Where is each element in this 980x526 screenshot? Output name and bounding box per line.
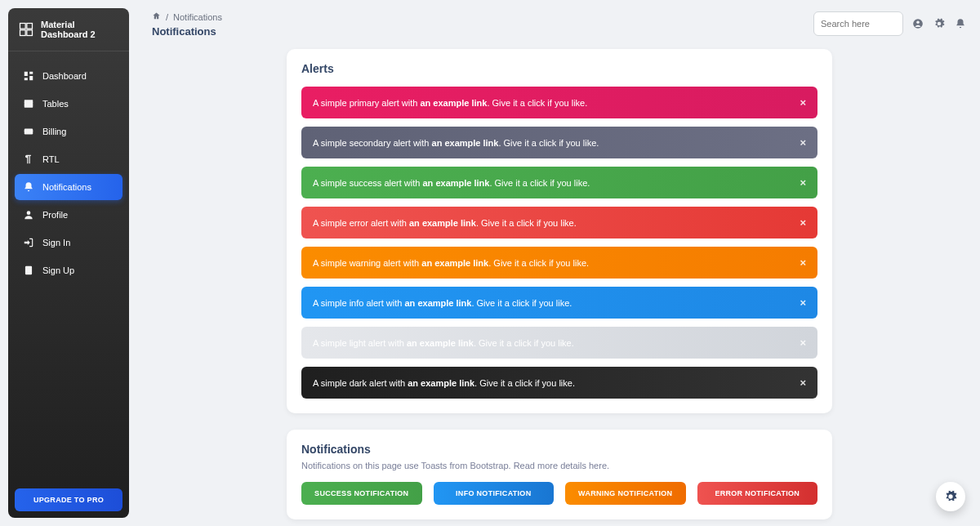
warning-notification-button[interactable]: WARNING NOTIFICATION <box>565 482 686 505</box>
topbar-right <box>813 11 967 36</box>
alerts-card: Alerts A simple primary alert with an ex… <box>287 49 832 413</box>
close-icon[interactable]: × <box>800 337 806 349</box>
alert-text: A simple light alert with an example lin… <box>313 338 574 348</box>
alert-text: A simple error alert with an example lin… <box>313 218 577 228</box>
sidebar-item-label: Sign Up <box>42 265 74 275</box>
search-input[interactable] <box>813 11 903 36</box>
success-notification-button[interactable]: SUCCESS NOTIFICATION <box>301 482 422 505</box>
sidebar-item-label: Profile <box>42 210 68 220</box>
breadcrumb-sep: / <box>166 12 168 22</box>
alert-error: A simple error alert with an example lin… <box>301 207 817 238</box>
tables-icon <box>23 98 34 109</box>
svg-rect-10 <box>24 105 33 105</box>
svg-rect-9 <box>24 102 33 103</box>
info-notification-button[interactable]: INFO NOTIFICATION <box>434 482 555 505</box>
error-notification-button[interactable]: ERROR NOTIFICATION <box>697 482 818 505</box>
svg-rect-5 <box>29 72 33 74</box>
sidebar-item-label: Tables <box>42 99 69 109</box>
notifications-card: Notifications Notifications on this page… <box>287 430 832 519</box>
svg-rect-17 <box>27 272 29 273</box>
svg-rect-12 <box>24 131 33 132</box>
brand[interactable]: Material Dashboard 2 <box>8 8 129 51</box>
svg-point-19 <box>916 21 920 25</box>
bell-icon <box>23 181 34 193</box>
svg-rect-7 <box>24 78 28 80</box>
sidebar-item-profile[interactable]: Profile <box>15 202 122 228</box>
sidebar-item-label: Dashboard <box>42 71 87 81</box>
sidebar-item-notifications[interactable]: Notifications <box>15 174 122 200</box>
main: / Notifications Notifications Alerts A s… <box>139 0 980 526</box>
alert-text: A simple success alert with an example l… <box>313 178 590 188</box>
bell-icon[interactable] <box>954 17 967 30</box>
signin-icon <box>23 237 34 248</box>
alert-warning: A simple warning alert with an example l… <box>301 247 817 279</box>
alert-link[interactable]: an example link <box>420 98 487 108</box>
svg-point-13 <box>27 211 31 215</box>
page-title: Notifications <box>152 25 222 38</box>
sidebar-item-label: Notifications <box>42 182 91 192</box>
alert-link[interactable]: an example link <box>405 298 472 308</box>
close-icon[interactable]: × <box>800 136 806 149</box>
alert-text: A simple warning alert with an example l… <box>313 258 589 268</box>
svg-rect-6 <box>29 76 33 80</box>
alert-light: A simple light alert with an example lin… <box>301 327 817 359</box>
account-icon[interactable] <box>911 17 924 30</box>
brand-title: Material Dashboard 2 <box>41 20 119 39</box>
alert-primary: A simple primary alert with an example l… <box>301 87 817 118</box>
svg-rect-2 <box>20 30 26 36</box>
breadcrumb-current: Notifications <box>173 12 222 22</box>
sidebar-item-dashboard[interactable]: Dashboard <box>15 63 122 89</box>
sidebar-item-signin[interactable]: Sign In <box>15 230 122 256</box>
gear-icon <box>944 490 957 503</box>
notification-buttons: SUCCESS NOTIFICATION INFO NOTIFICATION W… <box>301 482 817 505</box>
alert-link[interactable]: an example link <box>421 258 488 268</box>
alert-text: A simple primary alert with an example l… <box>313 98 587 108</box>
alert-text: A simple secondary alert with an example… <box>313 138 599 148</box>
alert-text: A simple dark alert with an example link… <box>313 378 575 388</box>
close-icon[interactable]: × <box>800 296 806 309</box>
alert-link[interactable]: an example link <box>432 138 499 148</box>
home-icon[interactable] <box>152 11 161 22</box>
alert-secondary: A simple secondary alert with an example… <box>301 127 817 158</box>
upgrade-button[interactable]: UPGRADE TO PRO <box>15 488 122 511</box>
alert-link[interactable]: an example link <box>409 218 476 228</box>
close-icon[interactable]: × <box>800 216 806 229</box>
dashboard-icon <box>23 70 34 82</box>
sidebar-item-label: RTL <box>42 154 60 164</box>
topbar: / Notifications Notifications <box>152 11 967 38</box>
alert-link[interactable]: an example link <box>407 338 474 348</box>
close-icon[interactable]: × <box>800 377 806 389</box>
sidebar-item-tables[interactable]: Tables <box>15 91 122 117</box>
close-icon[interactable]: × <box>800 256 806 269</box>
alert-info: A simple info alert with an example link… <box>301 287 817 319</box>
sidebar-item-label: Billing <box>42 127 66 136</box>
sidebar-item-rtl[interactable]: RTL <box>15 146 122 172</box>
alert-link[interactable]: an example link <box>408 378 474 388</box>
svg-rect-4 <box>24 72 28 76</box>
sidebar: Material Dashboard 2 Dashboard Tables Bi… <box>8 8 129 518</box>
rtl-icon <box>23 154 34 165</box>
alerts-title: Alerts <box>301 62 817 75</box>
brand-icon <box>18 21 34 38</box>
sidebar-item-signup[interactable]: Sign Up <box>15 257 122 283</box>
nav: Dashboard Tables Billing RTL Notificatio… <box>8 51 129 482</box>
alert-dark: A simple dark alert with an example link… <box>301 367 817 399</box>
alert-link[interactable]: an example link <box>423 178 490 188</box>
notifications-title: Notifications <box>301 443 817 456</box>
alert-text: A simple info alert with an example link… <box>313 298 572 308</box>
svg-rect-15 <box>27 268 31 269</box>
settings-icon[interactable] <box>933 17 946 30</box>
svg-rect-8 <box>24 100 33 107</box>
notifications-subtitle: Notifications on this page use Toasts fr… <box>301 461 817 470</box>
user-icon <box>23 209 34 221</box>
billing-icon <box>23 126 34 137</box>
svg-rect-16 <box>27 270 31 270</box>
close-icon[interactable]: × <box>800 96 806 109</box>
signup-icon <box>23 265 34 276</box>
sidebar-item-label: Sign In <box>42 238 70 247</box>
alert-success: A simple success alert with an example l… <box>301 167 817 198</box>
svg-rect-3 <box>27 30 33 36</box>
close-icon[interactable]: × <box>800 176 806 189</box>
sidebar-item-billing[interactable]: Billing <box>15 118 122 145</box>
settings-fab[interactable] <box>936 482 965 511</box>
